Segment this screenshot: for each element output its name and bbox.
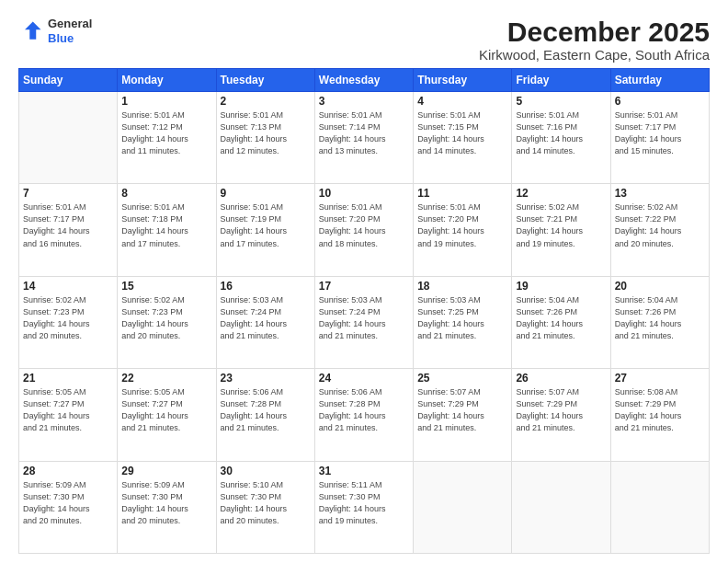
calendar-cell: 21Sunrise: 5:05 AM Sunset: 7:27 PM Dayli… [19, 369, 118, 461]
calendar-week-3: 14Sunrise: 5:02 AM Sunset: 7:23 PM Dayli… [19, 276, 710, 368]
day-info: Sunrise: 5:01 AM Sunset: 7:17 PM Dayligh… [23, 201, 113, 249]
calendar-cell: 10Sunrise: 5:01 AM Sunset: 7:20 PM Dayli… [314, 184, 413, 276]
calendar-cell: 20Sunrise: 5:04 AM Sunset: 7:26 PM Dayli… [610, 276, 709, 368]
calendar-cell: 8Sunrise: 5:01 AM Sunset: 7:18 PM Daylig… [118, 184, 216, 276]
calendar-cell: 29Sunrise: 5:09 AM Sunset: 7:30 PM Dayli… [118, 461, 216, 553]
calendar-cell: 24Sunrise: 5:06 AM Sunset: 7:28 PM Dayli… [314, 369, 413, 461]
day-info: Sunrise: 5:01 AM Sunset: 7:20 PM Dayligh… [417, 201, 507, 249]
day-info: Sunrise: 5:03 AM Sunset: 7:24 PM Dayligh… [319, 294, 409, 342]
calendar-week-5: 28Sunrise: 5:09 AM Sunset: 7:30 PM Dayli… [19, 461, 710, 553]
calendar-cell: 12Sunrise: 5:02 AM Sunset: 7:21 PM Dayli… [512, 184, 610, 276]
day-info: Sunrise: 5:02 AM Sunset: 7:22 PM Dayligh… [615, 201, 705, 249]
calendar-header-sunday: Sunday [19, 69, 118, 92]
day-number: 24 [319, 372, 409, 385]
logo-general: General [48, 17, 92, 31]
calendar-cell [19, 92, 118, 184]
calendar-cell: 15Sunrise: 5:02 AM Sunset: 7:23 PM Dayli… [118, 276, 216, 368]
day-info: Sunrise: 5:04 AM Sunset: 7:26 PM Dayligh… [615, 294, 705, 342]
calendar-cell: 31Sunrise: 5:11 AM Sunset: 7:30 PM Dayli… [314, 461, 413, 553]
day-info: Sunrise: 5:06 AM Sunset: 7:28 PM Dayligh… [319, 386, 409, 434]
day-info: Sunrise: 5:01 AM Sunset: 7:20 PM Dayligh… [319, 201, 409, 249]
logo-text: General Blue [48, 17, 92, 45]
calendar-cell: 28Sunrise: 5:09 AM Sunset: 7:30 PM Dayli… [19, 461, 118, 553]
logo-blue: Blue [48, 31, 92, 46]
page: General Blue December 2025 Kirkwood, Eas… [0, 0, 728, 563]
day-number: 16 [221, 280, 311, 293]
day-number: 31 [319, 465, 409, 477]
day-number: 26 [516, 372, 606, 385]
day-info: Sunrise: 5:11 AM Sunset: 7:30 PM Dayligh… [319, 479, 409, 527]
calendar-cell: 19Sunrise: 5:04 AM Sunset: 7:26 PM Dayli… [512, 276, 610, 368]
day-number: 18 [417, 280, 507, 293]
day-info: Sunrise: 5:01 AM Sunset: 7:12 PM Dayligh… [121, 109, 211, 157]
calendar-cell: 18Sunrise: 5:03 AM Sunset: 7:25 PM Dayli… [414, 276, 512, 368]
calendar-week-2: 7Sunrise: 5:01 AM Sunset: 7:17 PM Daylig… [19, 184, 710, 276]
day-info: Sunrise: 5:07 AM Sunset: 7:29 PM Dayligh… [516, 386, 606, 434]
calendar-header-thursday: Thursday [414, 69, 512, 92]
calendar-header-tuesday: Tuesday [216, 69, 314, 92]
day-number: 5 [516, 95, 606, 108]
calendar-cell [610, 461, 709, 553]
calendar-header-row: SundayMondayTuesdayWednesdayThursdayFrid… [19, 69, 710, 92]
day-number: 30 [221, 465, 311, 477]
day-number: 10 [319, 187, 409, 200]
day-number: 14 [23, 280, 113, 293]
day-info: Sunrise: 5:08 AM Sunset: 7:29 PM Dayligh… [615, 386, 705, 434]
calendar-cell: 7Sunrise: 5:01 AM Sunset: 7:17 PM Daylig… [19, 184, 118, 276]
calendar-cell: 1Sunrise: 5:01 AM Sunset: 7:12 PM Daylig… [118, 92, 216, 184]
day-info: Sunrise: 5:07 AM Sunset: 7:29 PM Dayligh… [417, 386, 507, 434]
day-info: Sunrise: 5:02 AM Sunset: 7:23 PM Dayligh… [121, 294, 211, 342]
calendar-cell: 11Sunrise: 5:01 AM Sunset: 7:20 PM Dayli… [414, 184, 512, 276]
calendar-cell: 17Sunrise: 5:03 AM Sunset: 7:24 PM Dayli… [314, 276, 413, 368]
day-number: 22 [121, 372, 211, 385]
page-title: December 2025 [479, 17, 710, 47]
calendar-cell: 22Sunrise: 5:05 AM Sunset: 7:27 PM Dayli… [118, 369, 216, 461]
calendar-cell: 14Sunrise: 5:02 AM Sunset: 7:23 PM Dayli… [19, 276, 118, 368]
day-number: 6 [615, 95, 705, 108]
day-number: 9 [221, 187, 311, 200]
calendar-cell: 25Sunrise: 5:07 AM Sunset: 7:29 PM Dayli… [414, 369, 512, 461]
day-info: Sunrise: 5:02 AM Sunset: 7:23 PM Dayligh… [23, 294, 113, 342]
day-number: 15 [121, 280, 211, 293]
day-info: Sunrise: 5:01 AM Sunset: 7:15 PM Dayligh… [417, 109, 507, 157]
calendar-cell [512, 461, 610, 553]
day-number: 19 [516, 280, 606, 293]
day-info: Sunrise: 5:01 AM Sunset: 7:17 PM Dayligh… [615, 109, 705, 157]
calendar-header-monday: Monday [118, 69, 216, 92]
day-number: 8 [121, 187, 211, 200]
calendar-cell: 5Sunrise: 5:01 AM Sunset: 7:16 PM Daylig… [512, 92, 610, 184]
logo: General Blue [18, 17, 92, 45]
day-info: Sunrise: 5:01 AM Sunset: 7:18 PM Dayligh… [121, 201, 211, 249]
day-number: 25 [417, 372, 507, 385]
calendar-cell [414, 461, 512, 553]
calendar-cell: 27Sunrise: 5:08 AM Sunset: 7:29 PM Dayli… [610, 369, 709, 461]
day-info: Sunrise: 5:03 AM Sunset: 7:24 PM Dayligh… [221, 294, 311, 342]
day-number: 13 [615, 187, 705, 200]
day-number: 20 [615, 280, 705, 293]
calendar-cell: 30Sunrise: 5:10 AM Sunset: 7:30 PM Dayli… [216, 461, 314, 553]
day-info: Sunrise: 5:01 AM Sunset: 7:19 PM Dayligh… [221, 201, 311, 249]
calendar-cell: 16Sunrise: 5:03 AM Sunset: 7:24 PM Dayli… [216, 276, 314, 368]
title-block: December 2025 Kirkwood, Eastern Cape, So… [479, 17, 710, 63]
svg-marker-1 [25, 21, 41, 39]
calendar-cell: 23Sunrise: 5:06 AM Sunset: 7:28 PM Dayli… [216, 369, 314, 461]
day-number: 3 [319, 95, 409, 108]
day-number: 11 [417, 187, 507, 200]
day-number: 17 [319, 280, 409, 293]
day-info: Sunrise: 5:02 AM Sunset: 7:21 PM Dayligh… [516, 201, 606, 249]
day-number: 4 [417, 95, 507, 108]
calendar-cell: 3Sunrise: 5:01 AM Sunset: 7:14 PM Daylig… [314, 92, 413, 184]
day-number: 27 [615, 372, 705, 385]
day-info: Sunrise: 5:01 AM Sunset: 7:16 PM Dayligh… [516, 109, 606, 157]
calendar-cell: 6Sunrise: 5:01 AM Sunset: 7:17 PM Daylig… [610, 92, 709, 184]
day-number: 23 [221, 372, 311, 385]
day-info: Sunrise: 5:04 AM Sunset: 7:26 PM Dayligh… [516, 294, 606, 342]
calendar-table: SundayMondayTuesdayWednesdayThursdayFrid… [18, 68, 710, 554]
calendar-header-wednesday: Wednesday [314, 69, 413, 92]
calendar-cell: 4Sunrise: 5:01 AM Sunset: 7:15 PM Daylig… [414, 92, 512, 184]
day-info: Sunrise: 5:10 AM Sunset: 7:30 PM Dayligh… [221, 479, 311, 527]
header: General Blue December 2025 Kirkwood, Eas… [18, 17, 710, 63]
calendar-week-4: 21Sunrise: 5:05 AM Sunset: 7:27 PM Dayli… [19, 369, 710, 461]
calendar-cell: 2Sunrise: 5:01 AM Sunset: 7:13 PM Daylig… [216, 92, 314, 184]
day-info: Sunrise: 5:09 AM Sunset: 7:30 PM Dayligh… [23, 479, 113, 527]
